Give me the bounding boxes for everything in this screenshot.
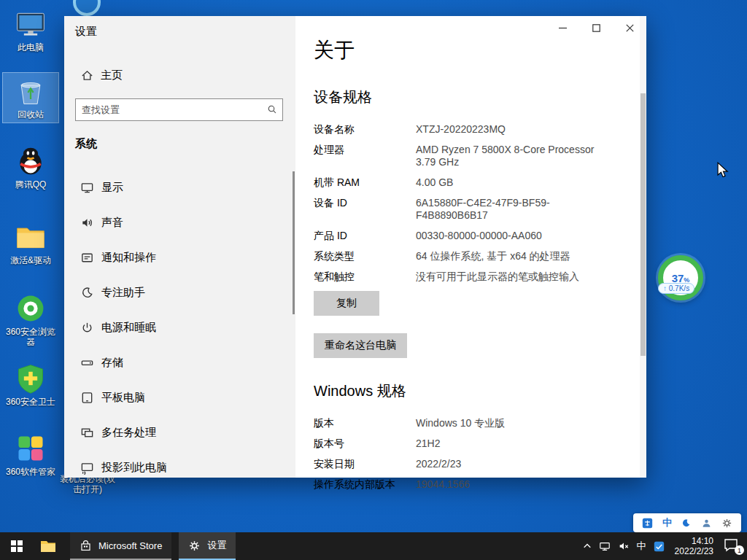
microsoft-store-icon [80,540,92,552]
sidebar-scrollbar[interactable] [293,171,295,314]
projecting-icon [80,461,94,475]
memory-percent-value: 37 [672,272,684,284]
desktop-icon-360-safe[interactable]: 360安全卫士 [3,360,58,410]
spec-label: 操作系统内部版本 [314,478,416,491]
settings-sidebar: 设置 主页 系统 显示 声音 通知和操作 [64,16,295,478]
desktop-icon-partial[interactable] [73,0,101,16]
tablet-icon [80,391,94,405]
tray-360-icon[interactable] [654,532,665,560]
sidebar-item-sound[interactable]: 声音 [64,205,295,240]
notification-badge: 1 [735,545,744,555]
maximize-button[interactable] [579,16,613,39]
desktop-icon-qq[interactable]: 腾讯QQ [3,143,58,192]
sidebar-item-notifications[interactable]: 通知和操作 [64,240,295,275]
spec-row-os-build: 操作系统内部版本 19044.1566 [314,478,605,491]
sidebar-item-power-sleep[interactable]: 电源和睡眠 [64,310,295,345]
volume-muted-icon [618,540,630,552]
settings-gear-icon [188,540,201,552]
clock-time: 14:10 [675,536,713,546]
sidebar-item-label: 声音 [101,216,123,230]
desktop-icon-360-browser[interactable]: 360安全浏览器 [3,290,58,350]
desktop-icon-label: 腾讯QQ [15,179,47,190]
desktop-icon-this-pc[interactable]: 此电脑 [3,6,58,55]
taskbar-spacer [236,532,582,560]
settings-search-box [75,98,283,121]
sidebar-item-projecting[interactable]: 投影到此电脑 [64,450,295,485]
power-icon [80,321,94,335]
tray-network-icon[interactable] [599,532,611,560]
desktop-icon-driver-folder[interactable]: 激活&驱动 [3,219,58,268]
spec-label: 版本号 [314,438,416,450]
network-icon [599,540,611,552]
desktop-icon-label: 360安全浏览器 [3,327,58,347]
spec-label: 笔和触控 [314,271,416,283]
spec-row-device-id: 设备 ID 6A15880F-C4E2-47F9-BF59-F4B8890B6B… [314,197,605,222]
sidebar-section-system: 系统 [75,137,295,151]
tray-input-language[interactable]: 中 [637,532,646,560]
main-scrollbar-track[interactable] [640,16,646,478]
sidebar-item-label: 投影到此电脑 [101,461,167,475]
minimize-button[interactable] [546,16,579,39]
desktop-icon-label: 360软件管家 [6,467,55,477]
sidebar-item-home[interactable]: 主页 [64,61,295,90]
sidebar-item-label: 显示 [101,181,123,195]
taskbar: Microsoft Store 设置 中 14:10 2022/2/23 1 [0,532,747,560]
taskbar-clock[interactable]: 14:10 2022/2/23 [672,536,716,556]
qq-icon [15,145,47,177]
file-explorer-button[interactable] [34,532,63,560]
spec-label: 安装日期 [314,458,416,470]
spec-value: Windows 10 专业版 [416,417,505,429]
person-icon[interactable] [701,518,712,529]
main-scrollbar-thumb[interactable] [640,93,646,356]
moon-icon[interactable] [681,518,692,529]
spec-label: 产品 ID [314,230,416,242]
spec-value: XTZJ-20220223MQ [416,123,506,136]
spec-row-edition: 版本 Windows 10 专业版 [314,417,605,429]
sidebar-item-storage[interactable]: 存储 [64,345,295,380]
spec-value-line2: 3.79 GHz [416,156,594,168]
spec-row-system-type: 系统类型 64 位操作系统, 基于 x64 的处理器 [314,250,605,262]
ime-mode-toggle[interactable]: 中 [662,516,672,529]
desktop-icon-360-manager[interactable]: 360软件管家 [3,430,58,480]
start-button[interactable] [0,532,34,560]
rename-pc-button[interactable]: 重命名这台电脑 [314,333,407,358]
sidebar-item-display[interactable]: 显示 [64,170,295,205]
search-input[interactable] [76,104,262,115]
sidebar-item-multitasking[interactable]: 多任务处理 [64,415,295,450]
spec-value: 21H2 [416,438,440,450]
windows-spec-heading: Windows 规格 [314,381,605,401]
sidebar-item-label: 平板电脑 [101,391,145,405]
search-icon[interactable] [262,104,282,115]
mouse-cursor [716,162,729,178]
close-button[interactable] [613,16,646,39]
tray-volume-muted[interactable] [618,532,630,560]
tray-overflow-chevron[interactable] [583,532,592,560]
sidebar-item-label: 专注助手 [101,286,145,300]
360-manager-icon [15,432,47,464]
taskbar-app-settings[interactable]: 设置 [179,532,236,560]
desktop-icon-recycle-bin[interactable]: 回收站 [3,73,58,122]
spec-label: 版本 [314,417,416,429]
spec-value: 4.00 GB [416,176,453,189]
spec-row-device-name: 设备名称 XTZJ-20220223MQ [314,123,605,136]
sidebar-item-focus-assist[interactable]: 专注助手 [64,275,295,310]
about-page: 关于 设备规格 设备名称 XTZJ-20220223MQ 处理器 AMD Ryz… [295,16,646,491]
desktop-icon-label: 回收站 [18,109,44,120]
windows-logo-icon [11,540,23,552]
taskbar-app-microsoft-store[interactable]: Microsoft Store [70,532,171,560]
display-icon [80,181,94,195]
notifications-icon [80,251,94,265]
copy-button[interactable]: 复制 [314,291,379,316]
percent-sign: % [684,276,689,284]
desktop-icon-label: 激活&驱动 [10,255,51,265]
home-icon [80,69,94,82]
spec-value: 6A15880F-C4E2-47F9-BF59-F4B8890B6B17 [416,197,605,222]
sidebar-item-tablet[interactable]: 平板电脑 [64,380,295,415]
ime-logo-icon[interactable] [642,518,653,529]
gear-icon[interactable] [721,518,732,529]
action-center-button[interactable]: 1 [724,538,741,554]
spec-row-pen-touch: 笔和触控 没有可用于此显示器的笔或触控输入 [314,271,605,283]
sidebar-nav-list: 显示 声音 通知和操作 专注助手 电源和睡眠 存储 [64,170,295,485]
spec-row-ram: 机带 RAM 4.00 GB [314,176,605,189]
net-speed-widget[interactable]: 37% ↑ 0.7K/s [658,255,705,302]
